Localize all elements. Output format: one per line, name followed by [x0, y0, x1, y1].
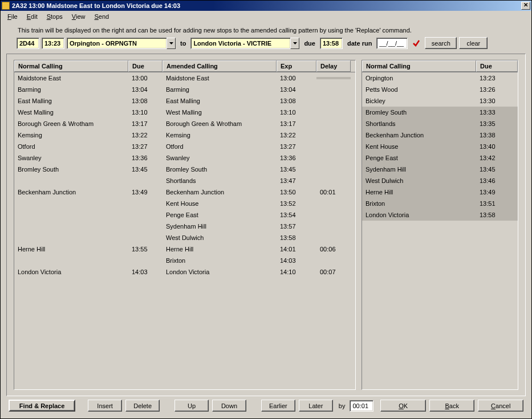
table-row[interactable]: Orpington13:23 [362, 72, 518, 84]
cell: Barming [163, 85, 277, 94]
cell [316, 214, 351, 216]
cell: Penge East [163, 210, 277, 219]
body-area: This train will be displayed on the righ… [1, 22, 531, 418]
clear-button[interactable]: clear [459, 37, 488, 49]
menu-send[interactable]: Send [90, 12, 114, 21]
table-row[interactable]: Brixton14:03 [14, 255, 355, 266]
due-time-input[interactable] [320, 38, 343, 49]
table-row[interactable]: London Victoria13:58 [362, 209, 518, 221]
table-row[interactable]: West Dulwich13:58 [14, 232, 355, 243]
later-button[interactable]: Later [299, 400, 333, 412]
cell: Swanley [163, 153, 277, 162]
cell: 14:01 [277, 245, 316, 254]
table-row[interactable]: Bickley13:30 [362, 95, 518, 107]
table-row[interactable]: Maidstone East13:00Maidstone East13:00 [14, 72, 355, 84]
find-replace-button[interactable]: Find & Replace [9, 400, 75, 412]
menu-stops[interactable]: Stops [42, 12, 67, 21]
cell: Herne Hill [14, 245, 128, 254]
delete-button[interactable]: Delete [125, 400, 160, 412]
origin-combo[interactable] [67, 38, 176, 49]
table-row[interactable]: Bromley South13:33 [362, 107, 518, 118]
table-row[interactable]: Shortlands13:47 [14, 175, 355, 186]
dest-field[interactable] [190, 38, 290, 49]
cell: 13:38 [476, 131, 518, 140]
back-button[interactable]: Back [429, 400, 475, 412]
table-row[interactable]: Otford13:27Otford13:27 [14, 141, 355, 152]
col-amended[interactable]: Amended Calling [163, 60, 277, 72]
cell: Brixton [163, 256, 277, 265]
table-row[interactable]: Shortlands13:35 [362, 118, 518, 129]
by-input[interactable] [350, 400, 373, 412]
menu-bar: File Edit Stops View Send [1, 11, 531, 22]
cell: West Dulwich [163, 233, 277, 242]
table-row[interactable]: Kemsing13:22Kemsing13:22 [14, 129, 355, 141]
dest-dropdown-button[interactable] [290, 38, 299, 49]
calling-table-body[interactable]: Maidstone East13:00Maidstone East13:00Ba… [14, 72, 355, 389]
table-row[interactable]: Penge East13:54 [14, 209, 355, 221]
cell: Kent House [163, 199, 277, 208]
table-row[interactable]: Kent House13:40 [362, 141, 518, 152]
table-row[interactable]: Penge East13:42 [362, 152, 518, 164]
insert-button[interactable]: Insert [88, 400, 122, 412]
headcode-input[interactable] [17, 38, 39, 49]
table-row[interactable]: Bromley South13:45Bromley South13:45 [14, 164, 355, 175]
cell: 13:50 [277, 188, 316, 197]
origin-dropdown-button[interactable] [166, 38, 176, 49]
col-delay[interactable]: Delay [316, 60, 351, 72]
table-row[interactable]: London Victoria14:03London Victoria14:10… [14, 266, 355, 278]
time-input[interactable] [42, 38, 64, 49]
right-table: Normal Calling Due Orpington13:23Petts W… [362, 60, 518, 390]
date-run-label: date run [345, 40, 374, 47]
menu-edit[interactable]: Edit [22, 12, 42, 21]
table-row[interactable]: Herne Hill13:55Herne Hill14:0100:06 [14, 243, 355, 255]
down-button[interactable]: Down [212, 400, 246, 412]
col-exp[interactable]: Exp [277, 60, 316, 72]
dest-combo[interactable] [190, 38, 299, 49]
earlier-button[interactable]: Earlier [261, 400, 295, 412]
cell: 13:58 [277, 233, 316, 242]
window-title: 2A32 13:00 Maidstone East to London Vict… [12, 2, 521, 9]
cell: Bromley South [163, 165, 277, 174]
cell: Petts Wood [362, 85, 476, 94]
origin-field[interactable] [67, 38, 166, 49]
close-button[interactable]: ✕ [521, 2, 530, 10]
col-due[interactable]: Due [128, 60, 163, 72]
cell: Shortlands [362, 119, 476, 128]
col-due-right[interactable]: Due [476, 60, 518, 72]
table-row[interactable]: West Malling13:10West Malling13:10 [14, 107, 355, 118]
table-row[interactable]: Borough Green & Wrotham13:17Borough Gree… [14, 118, 355, 129]
cell: Brixton [362, 199, 476, 208]
table-row[interactable]: Beckenham Junction13:38 [362, 129, 518, 141]
col-normal[interactable]: Normal Calling [14, 60, 128, 72]
svg-marker-1 [293, 42, 297, 44]
cell: 13:08 [277, 96, 316, 105]
table-row[interactable]: Brixton13:51 [362, 198, 518, 209]
menu-view[interactable]: View [67, 12, 90, 21]
menu-file[interactable]: File [3, 12, 22, 21]
table-row[interactable]: Sydenham Hill13:45 [362, 164, 518, 175]
search-button[interactable]: search [425, 37, 457, 49]
right-table-body[interactable]: Orpington13:23Petts Wood13:26Bickley13:3… [362, 72, 518, 389]
table-row[interactable]: Barming13:04Barming13:04 [14, 84, 355, 95]
cell [316, 134, 351, 136]
cell [316, 123, 351, 125]
table-row[interactable]: Sydenham Hill13:57 [14, 221, 355, 232]
cancel-button[interactable]: Cancel [478, 400, 523, 412]
up-button[interactable]: Up [174, 400, 209, 412]
cell: Beckenham Junction [14, 188, 128, 197]
cell: Sydenham Hill [163, 222, 277, 231]
table-row[interactable]: Petts Wood13:26 [362, 84, 518, 95]
table-row[interactable]: West Dulwich13:46 [362, 175, 518, 186]
cell: 13:36 [277, 153, 316, 162]
cell: West Malling [163, 108, 277, 117]
cell: Shortlands [163, 176, 277, 185]
col-normal-right[interactable]: Normal Calling [362, 60, 476, 72]
cell: 13:45 [277, 165, 316, 174]
date-run-input[interactable] [376, 38, 408, 49]
ok-button[interactable]: OK [380, 400, 426, 412]
table-row[interactable]: Kent House13:52 [14, 198, 355, 209]
table-row[interactable]: Beckenham Junction13:49Beckenham Junctio… [14, 186, 355, 198]
table-row[interactable]: Swanley13:36Swanley13:36 [14, 152, 355, 164]
table-row[interactable]: East Malling13:08East Malling13:08 [14, 95, 355, 107]
table-row[interactable]: Herne Hill13:49 [362, 186, 518, 198]
